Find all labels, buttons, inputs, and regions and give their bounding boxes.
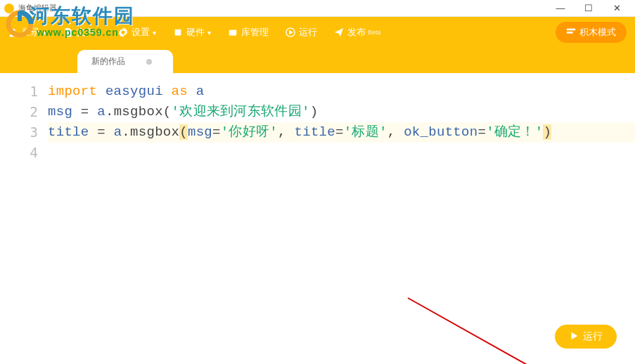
user-icon bbox=[8, 27, 18, 37]
library-label: 库管理 bbox=[241, 26, 269, 39]
svg-point-0 bbox=[11, 29, 15, 32]
app-icon bbox=[4, 4, 14, 13]
line-number: 1 bbox=[0, 82, 38, 102]
login-menu[interactable]: 登录 ▾ bbox=[8, 26, 46, 39]
settings-label: 设置 bbox=[132, 26, 150, 39]
run-button-label: 运行 bbox=[583, 330, 603, 343]
run-button[interactable]: 运行 bbox=[555, 325, 617, 349]
hardware-menu[interactable]: 硬件 ▾ bbox=[173, 26, 211, 39]
maximize-button[interactable]: ☐ bbox=[575, 0, 603, 17]
tab-close-icon[interactable] bbox=[146, 59, 152, 65]
send-icon bbox=[334, 27, 344, 37]
minimize-button[interactable]: — bbox=[546, 0, 575, 17]
close-button[interactable]: ✕ bbox=[603, 0, 631, 17]
titlebar: 海龟编辑器 — ☐ ✕ bbox=[0, 0, 635, 17]
chip-icon bbox=[173, 27, 183, 37]
caret-icon: ▾ bbox=[43, 29, 46, 37]
package-icon bbox=[228, 27, 238, 37]
file-menu[interactable]: 文件 ▾ bbox=[63, 26, 101, 39]
tab-bar: 新的作品 bbox=[0, 48, 635, 73]
file-icon bbox=[63, 27, 73, 37]
play-icon bbox=[286, 27, 295, 37]
svg-rect-1 bbox=[175, 30, 181, 36]
svg-rect-4 bbox=[567, 28, 575, 30]
caret-icon: ▾ bbox=[153, 29, 156, 37]
block-mode-label: 积木模式 bbox=[579, 26, 616, 39]
hardware-label: 硬件 bbox=[186, 26, 205, 39]
block-mode-button[interactable]: 积木模式 bbox=[556, 22, 627, 43]
svg-rect-5 bbox=[567, 32, 573, 34]
play-icon bbox=[569, 331, 579, 343]
line-gutter: 1 2 3 4 bbox=[0, 73, 48, 364]
library-menu[interactable]: 库管理 bbox=[228, 26, 269, 39]
login-label: 登录 bbox=[22, 26, 40, 39]
line-number: 3 bbox=[0, 122, 38, 143]
caret-icon: ▾ bbox=[98, 29, 101, 37]
code-line-2: msg = a.msgbox('欢迎来到河东软件园') bbox=[48, 102, 635, 122]
line-number: 4 bbox=[0, 143, 38, 163]
code-line-3: title = a.msgbox(msg='你好呀', title='标题', … bbox=[48, 122, 635, 143]
publish-label: 发布 bbox=[347, 26, 366, 39]
settings-menu[interactable]: 设置 ▾ bbox=[118, 26, 156, 39]
svg-rect-2 bbox=[229, 30, 237, 36]
main-toolbar: 登录 ▾ 文件 ▾ 设置 ▾ 硬件 ▾ 库管理 运行 发布Beta 积木模式 bbox=[0, 17, 635, 48]
blocks-icon bbox=[566, 27, 576, 39]
window-title: 海龟编辑器 bbox=[18, 3, 546, 13]
publish-menu[interactable]: 发布Beta bbox=[334, 26, 381, 39]
run-menu[interactable]: 运行 bbox=[286, 26, 317, 39]
window-controls: — ☐ ✕ bbox=[546, 0, 631, 17]
caret-icon: ▾ bbox=[207, 29, 211, 37]
code-editor[interactable]: 1 2 3 4 import easygui as a msg = a.msgb… bbox=[0, 73, 635, 364]
run-label: 运行 bbox=[299, 26, 317, 39]
gear-icon bbox=[118, 27, 128, 37]
code-line-1: import easygui as a bbox=[48, 82, 635, 102]
line-number: 2 bbox=[0, 102, 38, 122]
code-area[interactable]: import easygui as a msg = a.msgbox('欢迎来到… bbox=[48, 73, 635, 364]
tab-label: 新的作品 bbox=[91, 56, 125, 67]
tab-active[interactable]: 新的作品 bbox=[77, 50, 173, 73]
file-label: 文件 bbox=[77, 26, 95, 39]
